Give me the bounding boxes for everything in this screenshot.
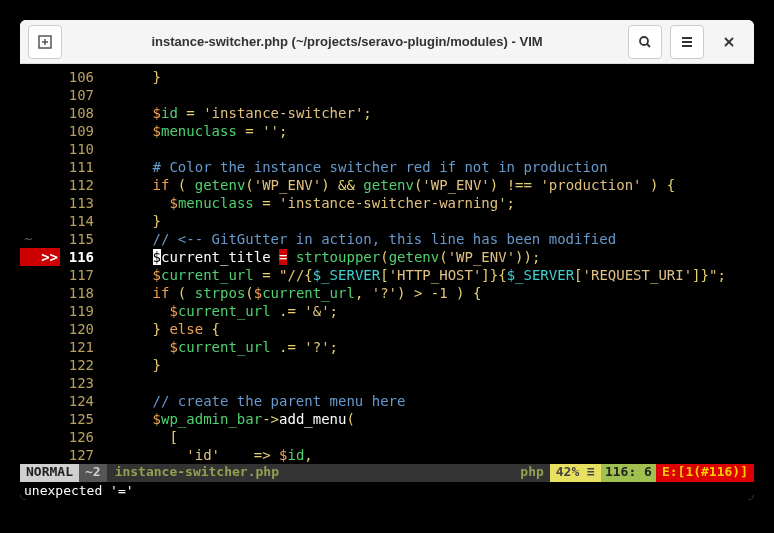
line-number: 110	[60, 140, 102, 158]
gutter-sign	[20, 158, 60, 176]
code-line: 107	[20, 86, 754, 104]
status-position: 116: 6	[601, 464, 656, 482]
menu-button[interactable]	[670, 25, 704, 59]
code-content: if ( getenv('WP_ENV') && getenv('WP_ENV'…	[102, 176, 754, 194]
status-error: E:[1(#116)]	[656, 464, 754, 482]
search-button[interactable]	[628, 25, 662, 59]
code-line: 125 $wp_admin_bar->add_menu(	[20, 410, 754, 428]
gutter-sign	[20, 284, 60, 302]
line-number: 107	[60, 86, 102, 104]
gutter-sign	[20, 356, 60, 374]
line-number: 124	[60, 392, 102, 410]
code-content: if ( strpos($current_url, '?') > -1 ) {	[102, 284, 754, 302]
code-content: // create the parent menu here	[102, 392, 754, 410]
code-content: } else {	[102, 320, 754, 338]
code-line: 123	[20, 374, 754, 392]
code-content: [	[102, 428, 754, 446]
gutter-sign	[20, 320, 60, 338]
gutter-sign	[20, 140, 60, 158]
code-content: $menuclass = '';	[102, 122, 754, 140]
plus-box-icon	[37, 34, 53, 50]
gutter-sign	[20, 392, 60, 410]
code-content	[102, 374, 754, 392]
gutter-sign	[20, 86, 60, 104]
code-content: $wp_admin_bar->add_menu(	[102, 410, 754, 428]
status-filetype: php	[514, 464, 549, 482]
code-line: 118 if ( strpos($current_url, '?') > -1 …	[20, 284, 754, 302]
line-number: 122	[60, 356, 102, 374]
code-content	[102, 140, 754, 158]
line-number: 126	[60, 428, 102, 446]
code-line: 122 }	[20, 356, 754, 374]
line-number: 112	[60, 176, 102, 194]
code-content: }	[102, 68, 754, 86]
line-number: 108	[60, 104, 102, 122]
code-line: 106 }	[20, 68, 754, 86]
code-line: 111 # Color the instance switcher red if…	[20, 158, 754, 176]
code-line: 120 } else {	[20, 320, 754, 338]
search-icon	[637, 34, 653, 50]
new-tab-button[interactable]	[28, 25, 62, 59]
code-line: 124 // create the parent menu here	[20, 392, 754, 410]
gutter-sign	[20, 68, 60, 86]
gutter-sign	[20, 194, 60, 212]
line-number: 109	[60, 122, 102, 140]
terminal-window: instance-switcher.php (~/projects/seravo…	[20, 20, 754, 500]
code-content: 'id' => $id,	[102, 446, 754, 464]
line-number: 119	[60, 302, 102, 320]
gutter-sign: >>	[20, 248, 60, 266]
vim-mode: NORMAL	[20, 464, 79, 482]
gutter-sign	[20, 176, 60, 194]
hamburger-icon	[679, 34, 695, 50]
code-content: // <-- GitGutter in action, this line ha…	[102, 230, 754, 248]
gutter-sign	[20, 374, 60, 392]
code-line: 110	[20, 140, 754, 158]
line-number: 120	[60, 320, 102, 338]
code-content: $current_url = "//{$_SERVER['HTTP_HOST']…	[102, 266, 754, 284]
gutter-sign	[20, 446, 60, 464]
svg-point-3	[640, 37, 648, 45]
line-number: 111	[60, 158, 102, 176]
code-content: }	[102, 356, 754, 374]
gutter-sign	[20, 266, 60, 284]
gutter-sign	[20, 410, 60, 428]
gutter-sign	[20, 104, 60, 122]
code-content: $id = 'instance-switcher';	[102, 104, 754, 122]
line-number: 118	[60, 284, 102, 302]
gutter-sign	[20, 338, 60, 356]
status-percent: 42% ≡	[550, 464, 601, 482]
code-line: 109 $menuclass = '';	[20, 122, 754, 140]
line-number: 121	[60, 338, 102, 356]
close-button[interactable]	[712, 25, 746, 59]
gutter-sign: ~	[20, 230, 60, 248]
code-line: 113 $menuclass = 'instance-switcher-warn…	[20, 194, 754, 212]
code-content: $current_title = strtoupper(getenv('WP_E…	[102, 248, 754, 266]
titlebar: instance-switcher.php (~/projects/seravo…	[20, 20, 754, 64]
line-number: 117	[60, 266, 102, 284]
gutter-sign	[20, 122, 60, 140]
git-branch-indicator: ~2	[79, 464, 107, 482]
line-number: 106	[60, 68, 102, 86]
line-number: 113	[60, 194, 102, 212]
line-number: 127	[60, 446, 102, 464]
code-line: 119 $current_url .= '&';	[20, 302, 754, 320]
gutter-sign	[20, 302, 60, 320]
statusline: NORMAL ~2 instance-switcher.php php 42% …	[20, 464, 754, 482]
vim-cmdline: unexpected '='	[20, 482, 754, 500]
line-number: 123	[60, 374, 102, 392]
line-number: 115	[60, 230, 102, 248]
code-line: 112 if ( getenv('WP_ENV') && getenv('WP_…	[20, 176, 754, 194]
code-content: }	[102, 212, 754, 230]
svg-line-4	[647, 44, 650, 47]
code-line: >>116 $current_title = strtoupper(getenv…	[20, 248, 754, 266]
window-title: instance-switcher.php (~/projects/seravo…	[66, 34, 628, 49]
code-line: 126 [	[20, 428, 754, 446]
status-filename: instance-switcher.php	[107, 464, 515, 482]
close-icon	[721, 34, 737, 50]
code-line: 117 $current_url = "//{$_SERVER['HTTP_HO…	[20, 266, 754, 284]
line-number: 125	[60, 410, 102, 428]
code-content: $menuclass = 'instance-switcher-warning'…	[102, 194, 754, 212]
code-line: 127 'id' => $id,	[20, 446, 754, 464]
line-number: 116	[60, 248, 102, 266]
vim-editor[interactable]: 106 }107108 $id = 'instance-switcher';10…	[20, 64, 754, 464]
